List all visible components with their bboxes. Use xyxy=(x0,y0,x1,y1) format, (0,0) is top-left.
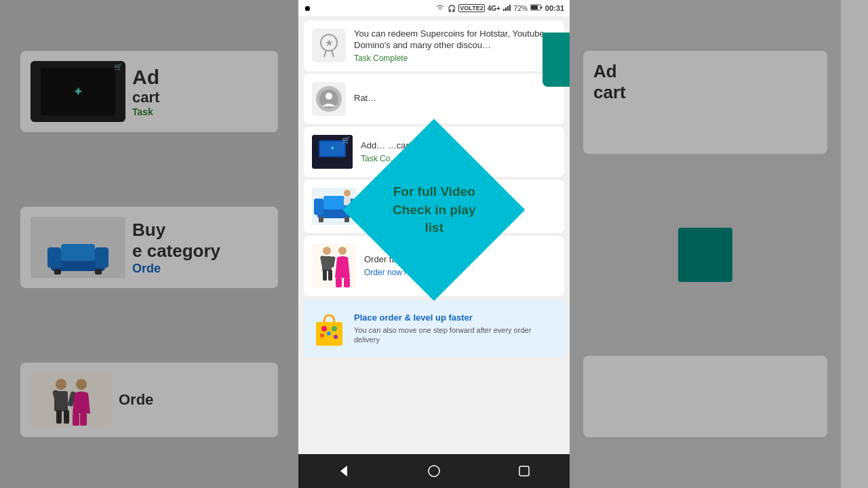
svg-rect-4 xyxy=(54,269,61,274)
bottom-nav xyxy=(298,454,570,488)
svg-point-56 xyxy=(429,466,439,476)
svg-rect-3 xyxy=(61,244,95,261)
signal-icon xyxy=(503,4,511,12)
phone-frame: ⏺ 🎧 VOLTE2 4G+ xyxy=(298,0,570,488)
svg-rect-13 xyxy=(73,413,79,426)
svg-rect-11 xyxy=(64,410,69,424)
diamond-line1: For full Video xyxy=(393,182,476,201)
bg-buy-text: Buy xyxy=(132,220,220,241)
back-button[interactable] xyxy=(332,459,356,483)
svg-point-54 xyxy=(334,335,338,339)
svg-rect-35 xyxy=(323,196,344,209)
svg-point-52 xyxy=(332,326,337,331)
laptop-icon: ✦ 🛒 xyxy=(312,135,353,169)
bg-item-sofa: Buy e category Orde xyxy=(20,207,278,288)
svg-point-38 xyxy=(344,190,351,197)
svg-line-24 xyxy=(324,50,326,57)
svg-rect-48 xyxy=(344,278,350,287)
svg-point-40 xyxy=(323,247,331,255)
status-left: ⏺ xyxy=(304,4,311,12)
diamond-line3: list xyxy=(393,219,476,237)
svg-rect-37 xyxy=(344,217,349,222)
task-rate-text: Rat… xyxy=(354,93,556,104)
bg-cart-text: cart xyxy=(132,89,159,106)
bg-add-text: Ad xyxy=(132,66,159,89)
status-bar: ⏺ 🎧 VOLTE2 4G+ xyxy=(298,0,570,16)
status-time: 00:31 xyxy=(545,4,564,12)
svg-text:★: ★ xyxy=(325,37,334,48)
svg-rect-20 xyxy=(531,5,538,9)
svg-rect-2 xyxy=(95,247,108,268)
network-label: VOLTE2 xyxy=(458,4,484,12)
bg-right: Ad cart xyxy=(570,0,841,488)
svg-rect-21 xyxy=(540,7,542,9)
task-place-order-title: Place order & level up faster xyxy=(354,312,556,324)
task-item-supercoins[interactable]: ★ You can redeem Supercoins for Hotstar,… xyxy=(304,20,564,71)
bg-right-top: Ad cart xyxy=(583,51,827,154)
svg-rect-16 xyxy=(505,7,507,11)
svg-point-46 xyxy=(338,247,347,255)
medal-icon-wrap: ★ xyxy=(312,28,346,62)
svg-point-50 xyxy=(321,326,327,331)
bg-sofa-image xyxy=(31,217,125,278)
svg-rect-18 xyxy=(509,5,511,11)
svg-rect-5 xyxy=(95,269,102,274)
home-button[interactable] xyxy=(422,459,446,483)
bg-teal-box xyxy=(678,228,732,282)
svg-rect-1 xyxy=(47,247,61,268)
svg-rect-36 xyxy=(319,217,323,222)
bg-category-text: e category xyxy=(132,241,220,262)
svg-rect-15 xyxy=(503,9,505,11)
svg-rect-10 xyxy=(56,410,62,424)
svg-point-6 xyxy=(56,379,66,390)
svg-line-25 xyxy=(332,50,334,57)
svg-point-27 xyxy=(326,93,332,100)
svg-point-53 xyxy=(320,333,324,338)
fashion-thumb xyxy=(312,244,356,288)
diamond-text-wrap: For full Video Check in play list xyxy=(386,176,483,243)
svg-rect-33 xyxy=(314,199,323,215)
diamond-line2: Check in play xyxy=(393,201,476,219)
battery-icon xyxy=(530,4,542,12)
svg-rect-14 xyxy=(80,413,87,426)
task-item-place-order[interactable]: Place order & level up faster You can al… xyxy=(304,300,564,357)
teal-corner xyxy=(542,33,570,87)
avatar-icon-wrap xyxy=(312,82,346,116)
task-place-order-desc: You can also move one step forward after… xyxy=(354,325,556,345)
task-supercoins-text: You can redeem Supercoins for Hotstar, Y… xyxy=(354,28,556,63)
svg-rect-45 xyxy=(328,270,332,281)
svg-rect-47 xyxy=(336,278,342,287)
task-fashion-cta-label: Order now xyxy=(364,268,402,277)
network-type: 4G+ xyxy=(488,5,500,12)
task-supercoins-status: Task Complete xyxy=(354,54,556,63)
bg-laptop-screen: ✦ xyxy=(41,68,115,115)
avatar-icon xyxy=(316,86,342,112)
recents-button[interactable] xyxy=(512,459,536,483)
svg-rect-17 xyxy=(507,6,509,11)
bg-order-fashion-text: Orde xyxy=(119,391,153,409)
svg-rect-57 xyxy=(519,466,529,476)
svg-point-12 xyxy=(76,379,87,390)
bg-laptop-image: ✦ 🛒 xyxy=(31,61,125,122)
status-right: 🎧 VOLTE2 4G+ 72% xyxy=(435,4,564,12)
svg-text:✦: ✦ xyxy=(330,144,335,152)
medal-icon: ★ xyxy=(316,33,342,58)
bg-right-bottom xyxy=(583,356,827,437)
svg-rect-44 xyxy=(323,270,327,281)
bg-item-laptop: ✦ 🛒 Ad cart Task xyxy=(20,51,278,132)
bg-ordernow-text: Orde xyxy=(132,262,220,276)
wifi-icon xyxy=(435,4,445,12)
bg-left: ✦ 🛒 Ad cart Task xyxy=(0,0,298,488)
bg-task-text: Task xyxy=(132,106,159,117)
laptop-icon-wrap: ✦ 🛒 xyxy=(312,135,353,169)
task-supercoins-title: You can redeem Supercoins for Hotstar, Y… xyxy=(354,28,556,52)
svg-marker-55 xyxy=(340,466,347,476)
battery-level: 72% xyxy=(514,5,528,12)
screen-record-icon: ⏺ xyxy=(304,4,311,12)
headphones-icon: 🎧 xyxy=(448,5,456,12)
task-place-order-text: Place order & level up faster You can al… xyxy=(354,312,556,344)
svg-point-51 xyxy=(327,331,331,336)
task-item-rate[interactable]: Rat… xyxy=(304,74,564,124)
content-area: ★ You can redeem Supercoins for Hotstar,… xyxy=(298,16,570,454)
task-rate-title: Rat… xyxy=(354,93,556,104)
